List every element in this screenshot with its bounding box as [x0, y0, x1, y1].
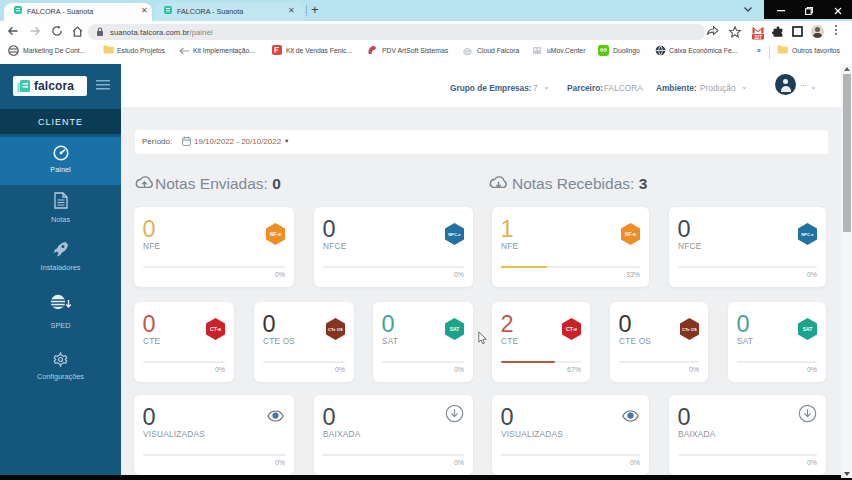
svg-text:CTe OS: CTe OS: [682, 327, 697, 332]
svg-text:CT-e: CT-e: [566, 326, 577, 332]
svg-text:NF-e: NF-e: [270, 231, 281, 237]
svg-text:327: 327: [754, 35, 762, 40]
svg-text:SAT: SAT: [450, 326, 460, 332]
svg-text:NFC-e: NFC-e: [801, 232, 814, 237]
svg-text:SAT: SAT: [803, 326, 813, 332]
svg-text:NFC-e: NFC-e: [448, 232, 461, 237]
svg-text:CT-e: CT-e: [210, 326, 221, 332]
svg-text:NF-e: NF-e: [625, 231, 636, 237]
svg-text:CTe OS: CTe OS: [328, 327, 343, 332]
